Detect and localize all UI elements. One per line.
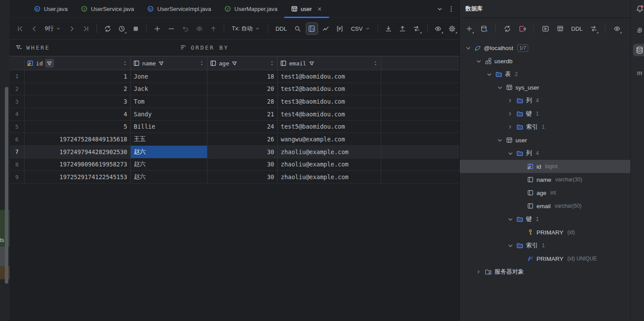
open-table-button[interactable] [555, 23, 566, 34]
reload-data-button[interactable] [102, 23, 113, 34]
tree-item--[interactable]: 键1 [460, 107, 630, 120]
close-icon[interactable] [317, 6, 322, 12]
tree-item-id[interactable]: idbigint [460, 160, 630, 173]
record-view-button[interactable] [334, 23, 346, 34]
cell-name[interactable]: 赵六 [131, 171, 208, 183]
chevron-right-icon[interactable] [505, 124, 515, 130]
vertical-scrollbar[interactable] [5, 87, 8, 284]
revert-changes-button[interactable] [179, 23, 191, 34]
cell-id[interactable]: 1972529174122545153 [25, 171, 131, 183]
query-console-button[interactable] [540, 23, 551, 34]
first-page-button[interactable] [14, 23, 25, 34]
row-number[interactable]: 4 [10, 108, 25, 120]
stop-button[interactable] [130, 23, 141, 34]
compare-button[interactable] [588, 23, 599, 34]
cell-age[interactable]: 21 [208, 108, 278, 120]
chevron-down-icon[interactable] [505, 242, 515, 249]
ddl-button[interactable]: DDL [273, 23, 290, 34]
chevron-right-icon[interactable] [505, 97, 515, 104]
tree-item-sys-user[interactable]: sys_user [460, 81, 630, 94]
maven-tool-button[interactable]: m [634, 68, 644, 78]
cell-age[interactable]: 28 [208, 95, 278, 108]
funnel-icon[interactable] [308, 60, 315, 67]
cell-email[interactable]: test4@baomidou.com [278, 108, 381, 120]
chevron-down-icon[interactable] [505, 216, 515, 223]
cell-email[interactable]: test1@baomidou.com [278, 70, 381, 83]
tree-item-user[interactable]: user [460, 133, 630, 147]
cell-id[interactable]: 5 [25, 121, 131, 133]
where-filter-field[interactable]: WHERE [15, 40, 50, 55]
tree-item--[interactable]: 服务器对象 [460, 265, 630, 278]
disconnect-button[interactable] [516, 23, 528, 34]
sort-icon[interactable] [372, 60, 379, 66]
next-page-button[interactable] [66, 23, 78, 34]
tree-item--[interactable]: 列4 [460, 94, 630, 107]
cell-id[interactable]: 4 [25, 108, 131, 120]
delete-row-button[interactable] [165, 23, 177, 34]
cell-age[interactable]: 26 [208, 133, 278, 145]
cell-age[interactable]: 30 [208, 171, 278, 183]
chevron-down-icon[interactable] [484, 71, 494, 78]
row-number[interactable]: 3 [10, 95, 25, 108]
tab-usermapper-java[interactable]: I UserMapper.java [218, 0, 284, 18]
tree-item-userdb[interactable]: userdb [460, 54, 630, 68]
add-row-button[interactable] [151, 23, 163, 34]
chevron-right-icon[interactable] [474, 269, 483, 275]
auto-refresh-button[interactable] [116, 23, 127, 34]
column-filter-button[interactable] [45, 59, 54, 68]
submit-changes-button[interactable] [208, 23, 219, 34]
column-header-name[interactable]: name [131, 57, 208, 70]
table-row[interactable]: 71972497944282902530赵六30zhaoliu@example.… [10, 146, 459, 159]
cell-name[interactable]: Jack [131, 83, 208, 95]
tab-userserviceimpl-java[interactable]: C UserServiceImpl.java [140, 0, 218, 18]
cell-name[interactable]: 王五 [131, 133, 208, 145]
cell-age[interactable]: 30 [208, 159, 278, 171]
cell-email[interactable]: test5@baomidou.com [278, 121, 381, 133]
sort-icon[interactable] [199, 60, 205, 66]
ai-spiral-icon[interactable] [634, 25, 644, 35]
cell-id[interactable]: 2 [25, 83, 131, 95]
funnel-icon[interactable] [158, 60, 165, 67]
column-header-email[interactable]: email [278, 57, 381, 70]
tree-item-age[interactable]: ageint [460, 186, 630, 199]
tree-item-name[interactable]: namevarchar(30) [460, 173, 630, 186]
chevron-down-icon[interactable] [495, 84, 504, 91]
chevron-down-icon[interactable] [463, 44, 473, 52]
table-row[interactable]: 91972529174122545153赵六30zhaoliu@example.… [10, 171, 459, 184]
tree-item--[interactable]: 表2 [460, 68, 630, 81]
cell-email[interactable]: zhaoliu@example.com [278, 171, 381, 183]
tree-item--[interactable]: 键1 [460, 213, 630, 226]
table-row[interactable]: 81972498096619958273赵六30zhaoliu@example.… [10, 159, 459, 171]
chevron-down-icon[interactable] [474, 58, 483, 65]
panel-ddl-button[interactable]: DDL [569, 23, 584, 34]
cell-age[interactable]: 20 [208, 83, 278, 95]
table-row[interactable]: 33Tom28test3@baomidou.com [10, 95, 459, 108]
cell-id[interactable]: 1972498096619958273 [25, 159, 131, 171]
datasource-properties-button[interactable] [478, 23, 490, 34]
tree-item--[interactable]: 索引1 [460, 239, 630, 252]
cell-name[interactable]: Jone [131, 70, 208, 83]
tab-list-chevron-down-icon[interactable] [434, 3, 445, 14]
refresh-button[interactable] [501, 23, 513, 34]
cell-age[interactable]: 30 [208, 146, 278, 158]
cell-age[interactable]: 18 [208, 70, 278, 83]
last-page-button[interactable] [80, 23, 92, 34]
view-options-button[interactable] [611, 23, 623, 34]
add-datasource-button[interactable] [463, 23, 475, 34]
chevron-right-icon[interactable] [505, 111, 515, 117]
tree-item-email[interactable]: emailvarchar(50) [460, 199, 630, 213]
funnel-icon[interactable] [231, 60, 238, 67]
row-number[interactable]: 7 [10, 146, 25, 158]
page-size-selector[interactable]: 9行 [42, 23, 64, 34]
cell-email[interactable]: zhaoliu@example.com [278, 159, 381, 171]
notifications-bell-icon[interactable] [634, 4, 644, 14]
cell-name[interactable]: Tom [131, 95, 208, 108]
compare-data-button[interactable] [411, 23, 422, 34]
tree-item--localhost[interactable]: @localhost1/7 [460, 41, 630, 54]
row-number[interactable]: 8 [10, 159, 25, 171]
cell-email[interactable]: zhaoliu@example.com [278, 146, 381, 158]
tree-item-primary[interactable]: PRIMARY(id) [460, 226, 630, 239]
tab-user-table[interactable]: user [284, 0, 329, 18]
database-tool-button[interactable] [633, 44, 644, 56]
table-row[interactable]: 22Jack20test2@baomidou.com [10, 83, 459, 96]
